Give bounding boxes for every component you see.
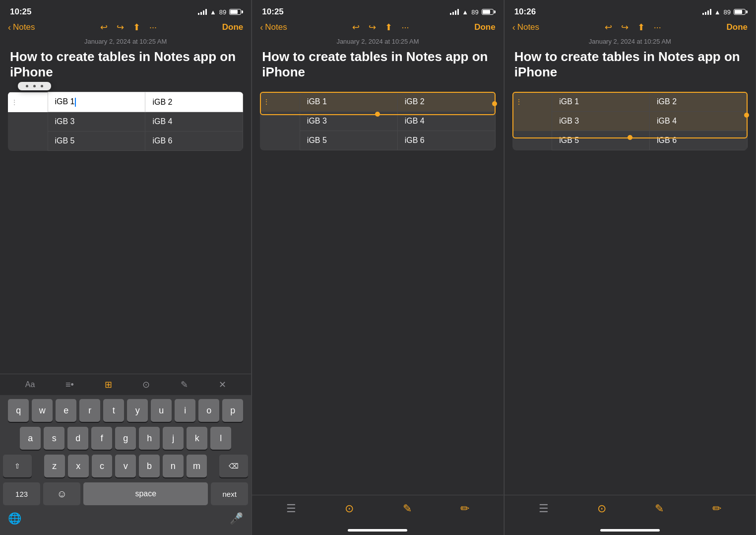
key-o[interactable]: o	[198, 399, 219, 422]
cell-p3-igb3[interactable]: iGB 3	[552, 112, 650, 131]
row-handle-p2-1[interactable]: ⋮	[260, 92, 300, 112]
more-icon-2[interactable]: ···	[401, 22, 409, 33]
cell-p2-igb2[interactable]: iGB 2	[397, 92, 495, 112]
key-g[interactable]: g	[115, 427, 136, 450]
key-e[interactable]: e	[56, 399, 76, 422]
note-table-1[interactable]: ⋮ iGB 1 iGB 2 iGB 3 iGB 4 iGB 5 iGB 6	[8, 92, 243, 151]
pencil-icon-b2[interactable]: ✎	[403, 502, 412, 515]
cell-igb3[interactable]: iGB 3	[48, 112, 145, 132]
cell-p3-igb2[interactable]: iGB 2	[650, 92, 748, 112]
table-row[interactable]: ⋮ iGB 1 iGB 2	[512, 92, 748, 112]
row-handle-p2-2[interactable]	[260, 112, 300, 131]
cell-igb4[interactable]: iGB 4	[145, 112, 243, 132]
back-button-3[interactable]: ‹ Notes	[512, 22, 539, 33]
key-m[interactable]: m	[187, 455, 207, 477]
mic-icon[interactable]: 🎤	[230, 512, 243, 525]
key-emoji[interactable]: ☺	[43, 482, 80, 505]
table-row[interactable]: iGB 5 iGB 6	[8, 132, 243, 151]
table-row[interactable]: iGB 5 iGB 6	[512, 131, 748, 150]
table-row[interactable]: iGB 5 iGB 6	[260, 131, 495, 150]
undo-icon-1[interactable]: ↩	[100, 22, 108, 33]
key-i[interactable]: i	[175, 399, 195, 422]
cell-p3-igb1[interactable]: iGB 1	[552, 92, 650, 112]
key-space[interactable]: space	[83, 482, 208, 505]
key-h[interactable]: h	[139, 427, 160, 450]
table-row[interactable]: ⋮ iGB 1 iGB 2	[8, 92, 243, 112]
share-icon-2[interactable]: ⬆	[385, 22, 392, 33]
key-n[interactable]: n	[163, 455, 184, 477]
share-icon-3[interactable]: ⬆	[637, 22, 645, 33]
camera-icon-1[interactable]: ⊙	[142, 379, 150, 390]
key-s[interactable]: s	[44, 427, 64, 450]
cell-p2-igb3[interactable]: iGB 3	[300, 112, 397, 131]
row-handle-p3-1[interactable]: ⋮	[512, 92, 552, 112]
done-button-1[interactable]: Done	[222, 22, 244, 32]
cell-igb5[interactable]: iGB 5	[48, 132, 145, 151]
close-icon-1[interactable]: ✕	[219, 379, 226, 390]
list-icon-1[interactable]: ≡•	[65, 380, 74, 390]
list-icon-b3[interactable]: ☰	[539, 502, 549, 515]
note-table-3[interactable]: ⋮ iGB 1 iGB 2 iGB 3 iGB 4 iGB 5 iGB 6	[512, 92, 748, 150]
key-f[interactable]: f	[91, 427, 112, 450]
table-icon-1[interactable]: ⊞	[105, 379, 112, 390]
row-handle-2[interactable]	[8, 112, 48, 132]
key-b[interactable]: b	[139, 455, 160, 477]
key-w[interactable]: w	[32, 399, 53, 422]
done-button-2[interactable]: Done	[474, 22, 496, 32]
redo-icon-3[interactable]: ↪	[621, 22, 629, 33]
cell-igb2[interactable]: iGB 2	[145, 92, 243, 112]
key-a[interactable]: a	[20, 427, 41, 450]
table-row[interactable]: ⋮ iGB 1 iGB 2	[260, 92, 495, 112]
more-icon-1[interactable]: ···	[149, 22, 157, 33]
key-v[interactable]: v	[115, 455, 136, 477]
key-d[interactable]: d	[67, 427, 88, 450]
compose-icon-b3[interactable]: ✏	[712, 502, 721, 515]
table-row[interactable]: iGB 3 iGB 4	[260, 112, 495, 131]
redo-icon-1[interactable]: ↪	[117, 22, 124, 33]
note-table-2[interactable]: ⋮ iGB 1 iGB 2 iGB 3 iGB 4 iGB 5 iGB 6	[260, 92, 495, 150]
font-icon-1[interactable]: Aa	[25, 380, 35, 389]
cell-igb1[interactable]: iGB 1	[48, 92, 145, 112]
key-x[interactable]: x	[68, 455, 89, 477]
cell-p2-igb4[interactable]: iGB 4	[397, 112, 495, 131]
cell-p2-igb1[interactable]: iGB 1	[300, 92, 397, 112]
key-j[interactable]: j	[163, 427, 184, 450]
key-shift[interactable]: ⇧	[3, 455, 32, 477]
key-z[interactable]: z	[44, 455, 65, 477]
key-t[interactable]: t	[103, 399, 124, 422]
table-row[interactable]: iGB 3 iGB 4	[8, 112, 243, 132]
key-next[interactable]: next	[211, 482, 248, 505]
table-row[interactable]: iGB 3 iGB 4	[512, 112, 748, 131]
back-label-1[interactable]: Notes	[13, 22, 35, 32]
row-handle-1[interactable]: ⋮	[8, 92, 48, 112]
back-button-2[interactable]: ‹ Notes	[260, 22, 287, 33]
camera-icon-b2[interactable]: ⊙	[345, 502, 354, 515]
share-icon-1[interactable]: ⬆	[133, 22, 140, 33]
cell-p3-igb5[interactable]: iGB 5	[552, 131, 650, 150]
more-icon-3[interactable]: ···	[654, 22, 661, 33]
list-icon-b2[interactable]: ☰	[286, 502, 296, 515]
key-u[interactable]: u	[151, 399, 172, 422]
row-handle-p3-3[interactable]	[512, 131, 552, 150]
cell-p3-igb6[interactable]: iGB 6	[650, 131, 748, 150]
cell-p2-igb5[interactable]: iGB 5	[300, 131, 397, 150]
done-button-3[interactable]: Done	[726, 22, 748, 32]
key-123[interactable]: 123	[3, 482, 40, 505]
undo-icon-2[interactable]: ↩	[352, 22, 360, 33]
key-r[interactable]: r	[79, 399, 100, 422]
undo-icon-3[interactable]: ↩	[605, 22, 612, 33]
camera-icon-b3[interactable]: ⊙	[597, 502, 606, 515]
row-handle-p2-3[interactable]	[260, 131, 300, 150]
redo-icon-2[interactable]: ↪	[369, 22, 376, 33]
row-handle-3[interactable]	[8, 132, 48, 151]
pencil-icon-1[interactable]: ✎	[181, 379, 188, 390]
row-handle-p3-2[interactable]	[512, 112, 552, 131]
pencil-icon-b3[interactable]: ✎	[655, 502, 664, 515]
globe-icon[interactable]: 🌐	[8, 512, 21, 525]
cell-p2-igb6[interactable]: iGB 6	[397, 131, 495, 150]
key-c[interactable]: c	[92, 455, 113, 477]
compose-icon-b2[interactable]: ✏	[460, 502, 469, 515]
key-y[interactable]: y	[127, 399, 148, 422]
back-label-3[interactable]: Notes	[517, 22, 539, 32]
key-delete[interactable]: ⌫	[219, 455, 248, 477]
